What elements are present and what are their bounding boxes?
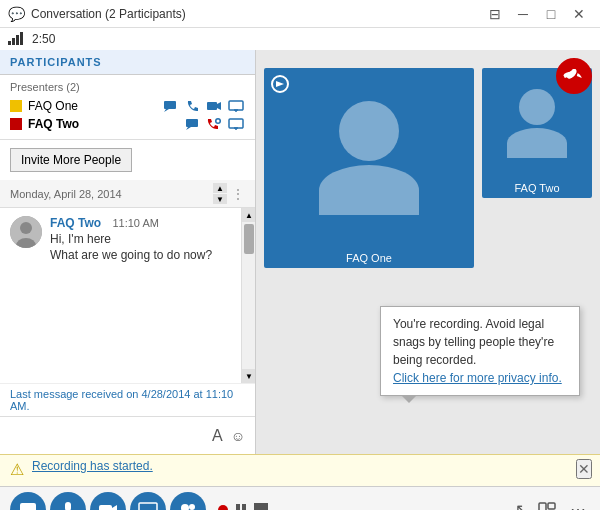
svg-rect-0 — [8, 41, 11, 45]
call-time: 2:50 — [32, 32, 55, 46]
pause-recording-button[interactable] — [232, 503, 250, 511]
layout-button[interactable] — [532, 495, 562, 511]
svg-point-19 — [20, 222, 32, 234]
message-content: FAQ Two 11:10 AM Hi, I'm here What are w… — [50, 216, 231, 262]
minimize-button[interactable]: ─ — [510, 4, 536, 24]
message-time: 11:10 AM — [112, 217, 158, 229]
svg-point-14 — [217, 119, 220, 122]
main-video-tile[interactable]: FAQ One — [264, 68, 474, 268]
text-format-icon[interactable]: A — [212, 427, 223, 445]
mic-button[interactable] — [50, 492, 86, 511]
more-options-button[interactable]: ⋯ — [566, 500, 590, 510]
chat-scroll-down[interactable]: ▼ — [242, 369, 255, 383]
cursor-icon: ↖ — [515, 500, 528, 510]
svg-rect-25 — [65, 502, 71, 511]
svg-rect-2 — [16, 35, 19, 45]
window-controls: ⊟ ─ □ ✕ — [482, 4, 592, 24]
scroll-thumb — [244, 224, 254, 254]
camera-button[interactable] — [90, 492, 126, 511]
toolbar-right: ↖ ⋯ — [515, 495, 590, 511]
chat-date-header: Monday, April 28, 2014 ▲ ▼ ⋮ — [0, 180, 255, 208]
scroll-up-button[interactable]: ▲ — [213, 183, 227, 193]
recording-bar: ⚠ Recording has started. ✕ — [0, 454, 600, 486]
record-dot — [218, 505, 228, 511]
participant-color — [10, 100, 22, 112]
svg-marker-7 — [217, 102, 221, 110]
svg-rect-38 — [548, 503, 555, 509]
maximize-button[interactable]: □ — [538, 4, 564, 24]
avatar-body-small — [507, 128, 567, 158]
sender-name: FAQ Two — [50, 216, 101, 230]
participant-icons — [183, 117, 245, 131]
privacy-info-link[interactable]: Click here for more privacy info. — [393, 371, 562, 385]
bottom-toolbar: ↖ ⋯ — [0, 486, 600, 510]
invite-more-button[interactable]: Invite More People — [10, 148, 132, 172]
monitor-icon — [227, 117, 245, 131]
participants-section: Presenters (2) FAQ One — [0, 75, 255, 140]
participant-icons — [161, 99, 245, 113]
svg-rect-30 — [139, 503, 157, 511]
presenters-label: Presenters (2) — [10, 81, 245, 93]
thumb-video-name: FAQ Two — [482, 178, 592, 198]
last-message-info: Last message received on 4/28/2014 at 11… — [10, 388, 233, 412]
text-input-area: A ☺ — [0, 416, 255, 454]
chat-date: Monday, April 28, 2014 — [10, 188, 213, 200]
recording-close-button[interactable]: ✕ — [576, 459, 592, 479]
recording-indicator — [270, 74, 290, 99]
signal-bar: 2:50 — [0, 28, 600, 50]
main-content: PARTICIPANTS Presenters (2) FAQ One — [0, 50, 600, 454]
svg-rect-1 — [12, 38, 15, 45]
svg-rect-6 — [207, 102, 217, 110]
app-icon: 💬 — [8, 6, 25, 22]
chat-message: FAQ Two 11:10 AM Hi, I'm here What are w… — [10, 216, 231, 262]
avatar-body — [319, 165, 419, 215]
svg-marker-29 — [112, 505, 117, 511]
svg-point-33 — [181, 504, 189, 511]
chat-messages-area: FAQ Two 11:10 AM Hi, I'm here What are w… — [0, 208, 255, 383]
main-video-avatar — [264, 68, 474, 248]
recording-link[interactable]: Recording has started. — [32, 459, 153, 473]
stop-recording-button[interactable] — [254, 503, 268, 511]
screen-share-button[interactable] — [130, 492, 166, 511]
recording-controls — [218, 503, 268, 511]
svg-rect-3 — [20, 32, 23, 45]
chat-icon — [183, 117, 201, 131]
scroll-down-button[interactable]: ▼ — [213, 194, 227, 204]
chat-button[interactable] — [10, 492, 46, 511]
participant-color — [10, 118, 22, 130]
participant-name: FAQ Two — [28, 117, 183, 131]
emoticon-icon[interactable]: ☺ — [231, 428, 245, 444]
monitor-icon — [227, 99, 245, 113]
chat-scrollbar: ▲ ▼ — [241, 208, 255, 383]
video-icon — [205, 99, 223, 113]
participant-name: FAQ One — [28, 99, 161, 113]
chat-scroll-up[interactable]: ▲ — [242, 208, 255, 222]
participant-row: FAQ One — [10, 97, 245, 115]
left-panel: PARTICIPANTS Presenters (2) FAQ One — [0, 50, 256, 454]
recording-tooltip[interactable]: You're recording. Avoid legal snags by t… — [380, 306, 580, 396]
svg-rect-15 — [229, 119, 243, 128]
participants-header: PARTICIPANTS — [0, 50, 255, 75]
signal-icon — [8, 31, 26, 48]
svg-rect-37 — [539, 503, 546, 511]
chat-options-icon[interactable]: ⋮ — [231, 186, 245, 202]
title-bar: 💬 Conversation (2 Participants) ⊟ ─ □ ✕ — [0, 0, 600, 28]
end-call-button[interactable] — [556, 58, 592, 94]
right-panel: FAQ One FAQ Two You're recording. Avoid … — [256, 50, 600, 454]
warning-icon: ⚠ — [10, 460, 24, 479]
pin-button[interactable]: ⊟ — [482, 4, 508, 24]
svg-rect-28 — [99, 505, 112, 511]
window-title: Conversation (2 Participants) — [31, 7, 482, 21]
chat-messages: FAQ Two 11:10 AM Hi, I'm here What are w… — [0, 208, 241, 383]
main-video-name: FAQ One — [264, 248, 474, 268]
chat-area: Monday, April 28, 2014 ▲ ▼ ⋮ — [0, 180, 255, 454]
phone-icon — [183, 99, 201, 113]
video-area: FAQ One FAQ Two — [264, 58, 592, 268]
participants-button[interactable] — [170, 492, 206, 511]
participant-row: FAQ Two — [10, 115, 245, 133]
svg-point-35 — [189, 504, 195, 510]
svg-rect-8 — [229, 101, 243, 110]
phone-icon-muted — [205, 117, 223, 131]
close-button[interactable]: ✕ — [566, 4, 592, 24]
svg-marker-12 — [186, 127, 191, 130]
